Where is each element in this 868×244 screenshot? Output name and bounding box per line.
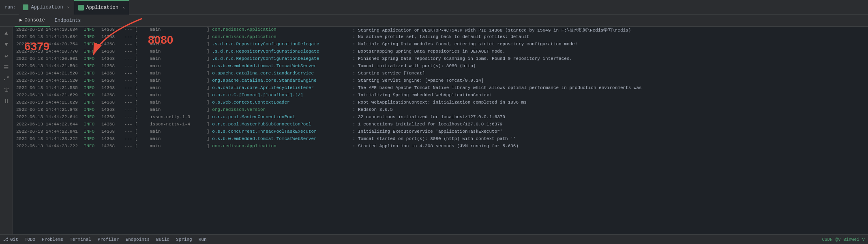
log-pid: 14368 <box>101 100 122 105</box>
log-pid: 14368 <box>101 56 122 61</box>
log-logger: com.redisson.Application <box>212 27 350 32</box>
log-row: 2022-06-13 14:44:21.629 INFO 14368 --- [… <box>13 92 868 100</box>
log-message: : Initializing ExecutorService 'applicat… <box>350 129 865 134</box>
tab-close-2[interactable]: ✕ <box>122 5 125 10</box>
log-level: INFO <box>81 56 101 61</box>
status-spring[interactable]: Spring <box>176 237 192 242</box>
log-sep: --- [ <box>122 122 150 127</box>
log-thread: main <box>150 78 207 83</box>
sidebar: ▲ ▼ ↩ ☰ .* 🗑 ⏸ <box>0 27 13 234</box>
sidebar-wrap-icon[interactable]: ↩ <box>2 51 11 61</box>
log-pid: 14368 <box>101 49 122 54</box>
log-sep: --- [ <box>122 100 150 105</box>
log-message: : Bootstrapping Spring Data repositories… <box>350 49 865 54</box>
log-thread-close: ] <box>207 107 212 112</box>
log-level: INFO <box>81 115 101 119</box>
log-pid: 14368 <box>101 27 122 32</box>
log-level: INFO <box>81 78 101 83</box>
status-bar: ⎇ Git TODO Problems Terminal Profiler En… <box>0 234 868 244</box>
log-thread: main <box>150 93 207 98</box>
sidebar-up-icon[interactable]: ▲ <box>2 28 11 38</box>
log-sep: --- [ <box>122 136 150 141</box>
log-sep: --- [ <box>122 56 150 61</box>
log-timestamp: 2022-06-13 14:44:21.520 <box>16 78 81 83</box>
log-thread-close: ] <box>207 100 212 105</box>
console-icon: ▶ <box>19 17 22 23</box>
log-timestamp: 2022-06-13 14:44:23.222 <box>16 144 81 149</box>
log-thread: main <box>150 27 207 32</box>
console-output[interactable]: 2022-06-13 14:44:19.684 INFO 14368 --- [… <box>13 27 868 234</box>
log-timestamp: 2022-06-13 14:44:20.801 <box>16 56 81 61</box>
log-pid: 14368 <box>101 64 122 68</box>
log-logger: com.redisson.Application <box>212 34 350 39</box>
log-timestamp: 2022-06-13 14:44:21.520 <box>16 71 81 76</box>
log-level: INFO <box>81 129 101 134</box>
log-row: 2022-06-13 14:44:20.801 INFO 14368 --- [… <box>13 56 868 63</box>
log-logger: .s.d.r.c.RepositoryConfigurationDelegate <box>212 42 350 47</box>
log-sep: --- [ <box>122 42 150 47</box>
log-timestamp: 2022-06-13 14:44:21.848 <box>16 107 81 112</box>
status-run[interactable]: Run <box>199 237 207 242</box>
status-terminal[interactable]: Terminal <box>70 237 91 242</box>
log-row: 2022-06-13 14:44:23.222 INFO 14368 --- [… <box>13 143 868 151</box>
profiler-label: Profiler <box>98 237 119 242</box>
log-thread-close: ] <box>207 78 212 83</box>
subtab-console[interactable]: ▶ Console <box>15 15 50 27</box>
sidebar-filter-icon[interactable]: ☰ <box>2 62 11 72</box>
console-label: Console <box>24 17 45 23</box>
app-icon-1 <box>23 4 28 10</box>
log-level: INFO <box>81 49 101 54</box>
log-thread-close: ] <box>207 115 212 119</box>
log-thread: main <box>150 136 207 141</box>
log-level: INFO <box>81 144 101 149</box>
log-logger: org.apache.catalina.core.StandardEngine <box>212 78 350 83</box>
run-label: run: <box>2 5 19 10</box>
log-pid: 14368 <box>101 85 122 90</box>
log-thread-close: ] <box>207 71 212 76</box>
log-thread: main <box>150 49 207 54</box>
sidebar-regex-icon[interactable]: .* <box>2 74 11 83</box>
log-message: : Tomcat started on port(s): 8080 (http)… <box>350 136 865 141</box>
sidebar-clear-icon[interactable]: 🗑 <box>2 85 11 95</box>
log-row: 2022-06-13 14:44:19.684 INFO 14368 --- [… <box>13 27 868 34</box>
tab-application-1[interactable]: Application ✕ <box>19 0 74 15</box>
log-logger: org.redisson.Version <box>212 107 350 112</box>
log-message: : Multiple Spring Data modules found, en… <box>350 42 865 47</box>
status-problems[interactable]: Problems <box>42 237 63 242</box>
log-message: : Started Application in 4.308 seconds (… <box>350 144 865 149</box>
log-thread-close: ] <box>207 64 212 68</box>
subtab-bar: ▶ Console Endpoints <box>0 15 868 27</box>
log-thread: main <box>150 129 207 134</box>
log-pid: 14368 <box>101 129 122 134</box>
log-thread-close: ] <box>207 27 212 32</box>
log-sep: --- [ <box>122 64 150 68</box>
status-build[interactable]: Build <box>156 237 169 242</box>
status-profiler[interactable]: Profiler <box>98 237 119 242</box>
log-level: INFO <box>81 85 101 90</box>
csdn-watermark: CSDN @v_BinWei_v <box>822 237 865 242</box>
status-endpoints[interactable]: Endpoints <box>126 237 150 242</box>
log-thread-close: ] <box>207 122 212 127</box>
status-git[interactable]: ⎇ Git <box>3 237 18 242</box>
sidebar-pause-icon[interactable]: ⏸ <box>2 96 11 106</box>
log-timestamp: 2022-06-13 14:44:20.754 <box>16 42 81 47</box>
log-logger: o.s.s.concurrent.ThreadPoolTaskExecutor <box>212 129 350 134</box>
log-level: INFO <box>81 107 101 112</box>
log-row: 2022-06-13 14:44:21.504 INFO 14368 --- [… <box>13 63 868 70</box>
tab-application-2[interactable]: Application ✕ <box>74 0 129 15</box>
log-row: 2022-06-13 14:44:20.754 INFO 14368 --- [… <box>13 41 868 49</box>
log-row: 2022-06-13 14:44:21.535 INFO 14368 --- [… <box>13 85 868 92</box>
subtab-endpoints[interactable]: Endpoints <box>50 15 86 27</box>
tab-close-1[interactable]: ✕ <box>67 5 70 10</box>
log-level: INFO <box>81 100 101 105</box>
log-pid: 14368 <box>101 93 122 98</box>
log-message: : 32 connections initialized for localho… <box>350 115 865 119</box>
log-sep: --- [ <box>122 115 150 119</box>
log-logger: o.a.c.c.C.[Tomcat].[localhost].[/] <box>212 93 350 98</box>
log-pid: 14368 <box>101 34 122 39</box>
status-todo[interactable]: TODO <box>25 237 35 242</box>
log-thread-close: ] <box>207 85 212 90</box>
log-timestamp: 2022-06-13 14:44:21.504 <box>16 64 81 68</box>
log-logger: o.s.b.w.embedded.tomcat.TomcatWebServer <box>212 136 350 141</box>
sidebar-down-icon[interactable]: ▼ <box>2 40 11 49</box>
